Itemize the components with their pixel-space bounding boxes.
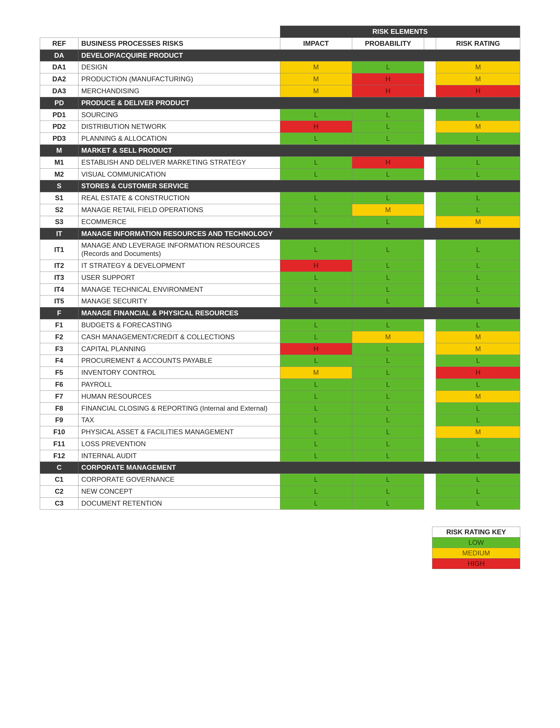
rating-cell: L xyxy=(436,109,520,121)
row-desc: PRODUCTION (MANUFACTURING) xyxy=(79,73,280,85)
probability-cell: M xyxy=(352,204,424,216)
rating-cell: L xyxy=(436,355,520,367)
section-ref: IT xyxy=(40,228,79,240)
data-row: DA1DESIGNMLM xyxy=(40,61,520,73)
row-desc: ESTABLISH AND DELIVER MARKETING STRATEGY xyxy=(79,156,280,168)
data-row: S2MANAGE RETAIL FIELD OPERATIONSLML xyxy=(40,204,520,216)
impact-cell: L xyxy=(280,216,352,228)
section-ref: M xyxy=(40,144,79,156)
row-ref: F5 xyxy=(40,367,79,379)
data-row: F4PROCUREMENT & ACCOUNTS PAYABLELLL xyxy=(40,355,520,367)
row-ref: DA1 xyxy=(40,61,79,73)
section-row: MMARKET & SELL PRODUCT xyxy=(40,144,520,156)
col-desc: BUSINESS PROCESSES RISKS xyxy=(79,38,280,49)
rating-cell: M xyxy=(436,121,520,133)
rating-cell: L xyxy=(436,204,520,216)
probability-cell: L xyxy=(352,474,424,486)
row-ref: C3 xyxy=(40,497,79,509)
row-desc: HUMAN RESOURCES xyxy=(79,390,280,402)
impact-cell: L xyxy=(280,426,352,438)
data-row: PD1SOURCINGLLL xyxy=(40,109,520,121)
impact-cell: H xyxy=(280,121,352,133)
probability-cell: H xyxy=(352,73,424,85)
impact-cell: L xyxy=(280,109,352,121)
impact-cell: L xyxy=(280,272,352,284)
rating-cell: M xyxy=(436,216,520,228)
row-desc: DOCUMENT RETENTION xyxy=(79,497,280,509)
row-desc: CASH MANAGEMENT/CREDIT & COLLECTIONS xyxy=(79,331,280,343)
rating-cell: L xyxy=(436,240,520,260)
row-ref: IT4 xyxy=(40,284,79,295)
rating-cell: L xyxy=(436,486,520,498)
section-ref: DA xyxy=(40,49,79,61)
impact-cell: L xyxy=(280,156,352,168)
impact-cell: L xyxy=(280,331,352,343)
row-ref: IT1 xyxy=(40,240,79,260)
data-row: IT2IT STRATEGY & DEVELOPMENTHLL xyxy=(40,260,520,272)
row-ref: M2 xyxy=(40,168,79,180)
section-ref: S xyxy=(40,180,79,192)
section-row: SSTORES & CUSTOMER SERVICE xyxy=(40,180,520,192)
risk-elements-header: RISK ELEMENTS xyxy=(280,26,520,38)
probability-cell: L xyxy=(352,486,424,498)
rating-cell: H xyxy=(436,85,520,97)
probability-cell: L xyxy=(352,192,424,204)
impact-cell: L xyxy=(280,486,352,498)
risk-matrix-table: RISK ELEMENTS REF BUSINESS PROCESSES RIS… xyxy=(40,26,520,510)
row-desc: CAPITAL PLANNING xyxy=(79,343,280,355)
rating-cell: L xyxy=(436,192,520,204)
data-row: IT3USER SUPPORTLLL xyxy=(40,272,520,284)
data-row: F3CAPITAL PLANNINGHLM xyxy=(40,343,520,355)
row-ref: F11 xyxy=(40,438,79,450)
rating-cell: M xyxy=(436,73,520,85)
section-title: DEVELOP/ACQUIRE PRODUCT xyxy=(79,49,520,61)
rating-cell: L xyxy=(436,156,520,168)
impact-cell: L xyxy=(280,355,352,367)
probability-cell: L xyxy=(352,426,424,438)
probability-cell: L xyxy=(352,450,424,462)
row-ref: F2 xyxy=(40,331,79,343)
probability-cell: L xyxy=(352,272,424,284)
column-header-row: REF BUSINESS PROCESSES RISKS IMPACT PROB… xyxy=(40,38,520,49)
data-row: DA3MERCHANDISINGMHH xyxy=(40,85,520,97)
probability-cell: H xyxy=(352,156,424,168)
risk-rating-legend: RISK RATING KEY LOW MEDIUM HIGH xyxy=(432,527,520,569)
impact-cell: L xyxy=(280,379,352,390)
probability-cell: L xyxy=(352,497,424,509)
row-ref: IT3 xyxy=(40,272,79,284)
row-desc: REAL ESTATE & CONSTRUCTION xyxy=(79,192,280,204)
impact-cell: L xyxy=(280,414,352,426)
row-ref: M1 xyxy=(40,156,79,168)
data-row: C2NEW CONCEPTLLL xyxy=(40,486,520,498)
row-desc: SOURCING xyxy=(79,109,280,121)
rating-cell: L xyxy=(436,414,520,426)
impact-cell: H xyxy=(280,260,352,272)
data-row: S1REAL ESTATE & CONSTRUCTIONLLL xyxy=(40,192,520,204)
col-impact: IMPACT xyxy=(280,38,352,49)
row-ref: C2 xyxy=(40,486,79,498)
probability-cell: M xyxy=(352,331,424,343)
data-row: F5INVENTORY CONTROLMLH xyxy=(40,367,520,379)
section-title: MANAGE FINANCIAL & PHYSICAL RESOURCES xyxy=(79,307,520,319)
data-row: M2VISUAL COMMUNICATIONLLL xyxy=(40,168,520,180)
row-ref: F10 xyxy=(40,426,79,438)
impact-cell: L xyxy=(280,240,352,260)
section-ref: F xyxy=(40,307,79,319)
rating-cell: L xyxy=(436,497,520,509)
impact-cell: L xyxy=(280,438,352,450)
section-row: ITMANAGE INFORMATION RESOURCES AND TECHN… xyxy=(40,228,520,240)
rating-cell: L xyxy=(436,284,520,295)
rating-cell: L xyxy=(436,295,520,307)
section-title: MARKET & SELL PRODUCT xyxy=(79,144,520,156)
probability-cell: L xyxy=(352,284,424,295)
data-row: C3DOCUMENT RETENTIONLLL xyxy=(40,497,520,509)
row-ref: F7 xyxy=(40,390,79,402)
probability-cell: L xyxy=(352,61,424,73)
rating-cell: M xyxy=(436,331,520,343)
probability-cell: L xyxy=(352,414,424,426)
section-row: FMANAGE FINANCIAL & PHYSICAL RESOURCES xyxy=(40,307,520,319)
row-ref: F9 xyxy=(40,414,79,426)
data-row: F7HUMAN RESOURCESLLM xyxy=(40,390,520,402)
probability-cell: L xyxy=(352,260,424,272)
row-ref: PD2 xyxy=(40,121,79,133)
